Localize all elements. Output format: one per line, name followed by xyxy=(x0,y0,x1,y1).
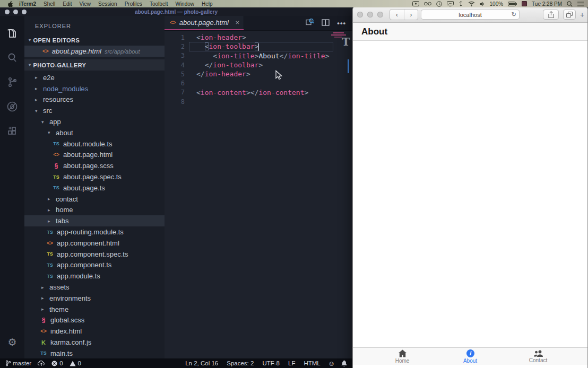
code-line-5[interactable]: 5</ion-header> xyxy=(165,69,352,78)
vscode-titlebar[interactable]: about.page.html — photo-gallery xyxy=(0,7,352,16)
project-header[interactable]: ▾ PHOTO-GALLERY xyxy=(24,59,165,71)
statusbar-spaces[interactable]: Spaces: 2 xyxy=(227,360,254,366)
settings-gear-icon[interactable]: ⚙ xyxy=(0,330,24,354)
share-button[interactable] xyxy=(543,10,559,20)
statusbar-lf[interactable]: LF xyxy=(288,360,295,366)
volume-icon[interactable] xyxy=(480,2,485,6)
explorer-icon[interactable] xyxy=(0,21,24,46)
forward-button[interactable]: › xyxy=(404,10,418,20)
input-source-icon[interactable] xyxy=(522,1,527,6)
reload-icon[interactable]: ↻ xyxy=(512,11,516,18)
battery-icon[interactable] xyxy=(508,2,517,6)
wifi-icon[interactable] xyxy=(468,1,475,6)
tree-item-karma.conf.js[interactable]: Kkarma.conf.js xyxy=(24,337,165,348)
menu-window[interactable]: Window xyxy=(175,1,194,7)
code-line-2[interactable]: 2 <ion-toolbar> xyxy=(165,42,352,51)
tree-item-tabs[interactable]: ▸tabs xyxy=(24,215,165,226)
menu-view[interactable]: View xyxy=(80,1,91,7)
code-line-6[interactable]: 6 xyxy=(165,78,352,87)
debug-icon[interactable] xyxy=(0,94,24,119)
open-preview-icon[interactable] xyxy=(306,18,314,28)
code-line-7[interactable]: 7<ion-content></ion-content> xyxy=(165,88,352,97)
menu-profiles[interactable]: Profiles xyxy=(125,1,142,7)
tree-item-app.module.ts[interactable]: TSapp.module.ts xyxy=(24,270,165,282)
statusbar-html[interactable]: HTML xyxy=(304,360,320,366)
source-control-icon[interactable] xyxy=(0,70,24,94)
warnings-indicator[interactable]: 0 xyxy=(70,360,81,366)
menu-toolbelt[interactable]: Toolbelt xyxy=(150,1,168,7)
overview-ruler[interactable] xyxy=(348,59,349,73)
tree-item-app[interactable]: ▾app xyxy=(24,116,165,127)
spotlight-icon[interactable] xyxy=(567,1,573,7)
tab-contact[interactable]: Contact xyxy=(520,350,557,363)
notifications-bell-icon[interactable] xyxy=(341,360,347,366)
open-editor-item[interactable]: <> about.page.html src/app/about xyxy=(24,46,165,57)
editor-tab-about-page-html[interactable]: <> about.page.html × xyxy=(165,16,244,30)
publish-changes-icon[interactable] xyxy=(38,361,45,366)
browser-traffic-lights[interactable] xyxy=(357,12,383,17)
menu-shell[interactable]: Shell xyxy=(44,1,55,7)
tree-item-src[interactable]: ▾src xyxy=(24,105,165,116)
code-line-3[interactable]: 3 <ion-title>About</ion-title> xyxy=(165,51,352,60)
apple-menu-icon[interactable] xyxy=(7,1,13,7)
feedback-smiley-icon[interactable]: ☺ xyxy=(328,360,335,367)
tree-item-label: global.scss xyxy=(50,316,84,324)
display-icon[interactable] xyxy=(447,1,454,6)
tree-item-contact[interactable]: ▸contact xyxy=(24,194,165,205)
tree-item-about.page.html[interactable]: <>about.page.html xyxy=(24,150,165,161)
tree-item-e2e[interactable]: ▸e2e xyxy=(24,72,165,83)
tree-item-about.module.ts[interactable]: TSabout.module.ts xyxy=(24,138,165,150)
tree-item-home[interactable]: ▸home xyxy=(24,205,165,216)
open-editors-header[interactable]: ▾ OPEN EDITORS xyxy=(24,34,165,46)
code-line-8[interactable]: 8 xyxy=(165,97,352,106)
statusbar-utf-8[interactable]: UTF-8 xyxy=(262,360,280,366)
notification-center-icon[interactable] xyxy=(577,2,584,6)
menu-session[interactable]: Session xyxy=(98,1,117,7)
split-editor-icon[interactable] xyxy=(322,19,330,28)
tree-item-main.ts[interactable]: TSmain.ts xyxy=(24,348,165,358)
search-icon[interactable] xyxy=(0,46,24,70)
menubar-clock[interactable]: Tue 2:28 PM xyxy=(532,1,562,7)
extensions-icon[interactable] xyxy=(0,119,24,143)
menu-iterm2[interactable]: iTerm2 xyxy=(19,1,36,7)
new-tab-button[interactable]: + xyxy=(580,11,585,19)
minimap-slider[interactable]: T xyxy=(342,36,350,47)
back-button[interactable]: ‹ xyxy=(390,10,404,20)
tree-item-app.component.spec.ts[interactable]: TSapp.component.spec.ts xyxy=(24,249,165,260)
tree-item-resources[interactable]: ▸resources xyxy=(24,94,165,106)
tab-close-icon[interactable]: × xyxy=(235,19,239,27)
code-line-1[interactable]: 1<ion-header> xyxy=(165,33,352,42)
tree-item-environments[interactable]: ▸environments xyxy=(24,293,165,304)
tab-label: about.page.html xyxy=(179,19,229,27)
tree-item-app.component.html[interactable]: <>app.component.html xyxy=(24,238,165,249)
tree-item-about.page.spec.ts[interactable]: TSabout.page.spec.ts xyxy=(24,171,165,182)
code-area[interactable]: 1<ion-header>2 <ion-toolbar>3 <ion-title… xyxy=(165,31,352,358)
ts-file-icon: TS xyxy=(46,230,54,235)
tree-item-index.html[interactable]: <>index.html xyxy=(24,326,165,337)
tree-item-global.scss[interactable]: §global.scss xyxy=(24,315,165,326)
tree-item-app.component.ts[interactable]: TSapp.component.ts xyxy=(24,260,165,271)
screen-record-icon[interactable] xyxy=(412,1,419,6)
address-bar[interactable]: localhost ↻ xyxy=(421,10,520,20)
errors-indicator[interactable]: 0 xyxy=(51,360,63,366)
more-actions-icon[interactable]: ••• xyxy=(337,19,346,27)
tab-about[interactable]: iAbout xyxy=(452,349,489,364)
html-file-icon: <> xyxy=(52,152,60,157)
statusbar-ln[interactable]: Ln 2, Col 16 xyxy=(185,360,218,366)
dropbox-icon[interactable] xyxy=(459,1,463,6)
tree-item-theme[interactable]: ▸theme xyxy=(24,304,165,315)
tree-item-about.page.scss[interactable]: §about.page.scss xyxy=(24,160,165,171)
tree-item-app-routing.module.ts[interactable]: TSapp-routing.module.ts xyxy=(24,226,165,238)
glasses-icon[interactable] xyxy=(424,2,431,6)
menu-help[interactable]: Help xyxy=(202,1,213,7)
code-line-4[interactable]: 4 </ion-toolbar> xyxy=(165,60,352,69)
git-branch-indicator[interactable]: master xyxy=(5,360,31,366)
menu-edit[interactable]: Edit xyxy=(63,1,72,7)
tab-home[interactable]: Home xyxy=(384,349,421,364)
tree-item-assets[interactable]: ▸assets xyxy=(24,282,165,293)
tree-item-about[interactable]: ▾about xyxy=(24,127,165,138)
tree-item-about.page.ts[interactable]: TSabout.page.ts xyxy=(24,182,165,194)
show-tabs-button[interactable] xyxy=(563,10,576,20)
tree-item-node_modules[interactable]: ▸node_modules xyxy=(24,83,165,94)
time-machine-icon[interactable] xyxy=(436,1,442,7)
